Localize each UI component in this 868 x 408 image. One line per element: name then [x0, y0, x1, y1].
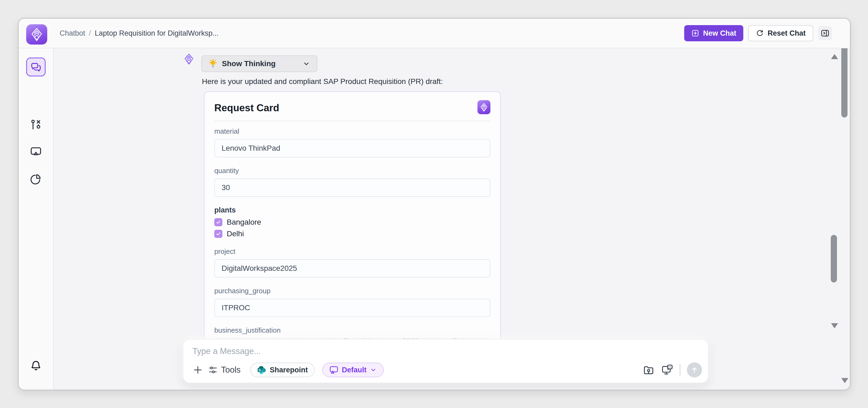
sidebar-item-analytics[interactable] [26, 170, 45, 188]
panel-collapse-icon [820, 29, 830, 38]
lightbulb-icon [208, 59, 218, 69]
purchasing-group-field[interactable] [214, 299, 490, 317]
gem-chevron-logo-icon [480, 103, 488, 112]
composer-divider [680, 364, 680, 376]
field-label-project: project [214, 247, 490, 256]
assistant-message: Here is your updated and compliant SAP P… [202, 77, 443, 86]
plant-option-row: Bangalore [214, 218, 490, 227]
field-label-business-justification: business_justification [214, 326, 490, 334]
sidebar-item-workflows[interactable] [26, 115, 45, 134]
send-button[interactable] [687, 362, 702, 378]
header-actions: New Chat Reset Chat [684, 19, 832, 48]
field-label-material: material [214, 127, 490, 136]
bell-icon [30, 360, 42, 372]
refresh-icon [756, 29, 764, 37]
breadcrumb-root[interactable]: Chatbot [60, 29, 85, 37]
material-field[interactable] [214, 139, 490, 157]
sidebar-item-chats[interactable] [26, 58, 45, 77]
mode-label: Default [342, 366, 367, 374]
chat-scroll-up-arrow[interactable] [831, 54, 838, 59]
breadcrumb-separator: / [89, 29, 91, 37]
breadcrumb: Chatbot / Laptop Requisition for Digital… [60, 19, 219, 48]
plant-option-row: Delhi [214, 230, 490, 238]
tools-label: Tools [221, 365, 241, 375]
pie-chart-icon [30, 173, 42, 185]
panel-collapse-button[interactable] [818, 26, 832, 40]
monitor-chat-icon[interactable] [661, 364, 673, 376]
field-label-plants: plants [214, 206, 490, 214]
sliders-icon [208, 365, 218, 375]
arrow-up-icon [690, 366, 699, 374]
gem-chevron-logo-icon [184, 54, 193, 65]
sidebar-item-screens[interactable] [26, 142, 45, 161]
breadcrumb-current: Laptop Requisition for DigitalWorksp... [95, 29, 219, 37]
sidebar-divider [53, 19, 54, 390]
add-attachment-button[interactable] [192, 365, 204, 375]
chevron-down-icon [370, 367, 377, 373]
quantity-field[interactable] [214, 178, 490, 197]
route-icon [30, 119, 42, 131]
sharepoint-logo-icon: S [257, 365, 267, 375]
app-window: Chatbot / Laptop Requisition for Digital… [18, 18, 851, 390]
field-label-purchasing-group: purchasing_group [214, 287, 490, 295]
chat-bubbles-icon [30, 61, 41, 72]
gem-chevron-logo-icon [31, 28, 42, 41]
reset-chat-button[interactable]: Reset Chat [748, 25, 813, 41]
assistant-avatar [184, 54, 193, 65]
reset-chat-label: Reset Chat [768, 29, 806, 37]
checkbox-label-delhi: Delhi [227, 230, 244, 238]
checkbox-label-bangalore: Bangalore [227, 218, 261, 227]
request-card-badge [477, 100, 490, 114]
plus-icon [192, 365, 204, 375]
sharepoint-label: Sharepoint [270, 366, 308, 374]
field-label-quantity: quantity [214, 167, 490, 175]
app-logo[interactable] [26, 24, 47, 45]
folder-pin-icon[interactable] [643, 364, 655, 376]
window-scroll-down-arrow[interactable] [841, 378, 848, 383]
message-input[interactable] [192, 345, 516, 358]
sidebar [19, 48, 53, 390]
request-card-title: Request Card [214, 100, 279, 114]
chat-scrollbar-thumb[interactable] [831, 235, 837, 283]
chat-scroll-down-arrow[interactable] [831, 323, 838, 328]
chevron-down-icon [302, 60, 310, 68]
header: Chatbot / Laptop Requisition for Digital… [19, 19, 850, 48]
mode-selector-chip[interactable]: Default [322, 362, 384, 377]
tools-button[interactable]: Tools [208, 365, 241, 375]
screencast-icon [329, 365, 338, 375]
presentation-icon [30, 146, 42, 158]
show-thinking-toggle[interactable]: Show Thinking [202, 55, 317, 72]
new-chat-button[interactable]: New Chat [684, 25, 743, 41]
message-composer: Tools S Sharepoint [183, 339, 709, 383]
project-field[interactable] [214, 259, 490, 278]
show-thinking-label: Show Thinking [222, 59, 298, 68]
checkbox-delhi[interactable] [214, 230, 222, 238]
notifications-button[interactable] [26, 356, 45, 375]
request-card: Request Card material quantity [204, 91, 501, 345]
svg-text:S: S [258, 368, 261, 372]
new-chat-label: New Chat [703, 29, 736, 37]
card-divider [214, 121, 490, 121]
plus-square-icon [691, 29, 699, 37]
sharepoint-chip[interactable]: S Sharepoint [250, 362, 315, 377]
checkbox-bangalore[interactable] [214, 218, 222, 226]
